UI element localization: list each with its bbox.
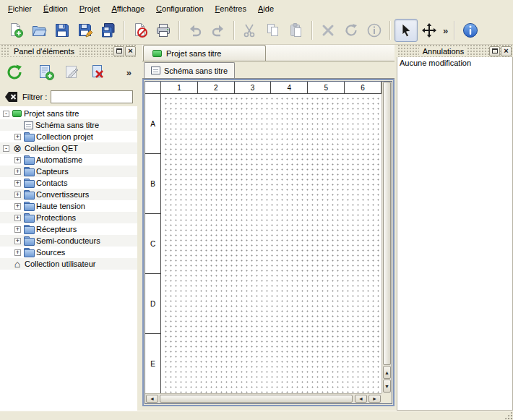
close-panel-button[interactable]: × xyxy=(125,46,136,56)
reload-collections-button[interactable] xyxy=(3,61,26,84)
open-folder-icon xyxy=(31,22,47,38)
tree-item[interactable]: -Projet sans titre xyxy=(0,108,137,119)
copy-button[interactable] xyxy=(262,19,285,42)
menu-item-edition[interactable]: Édition xyxy=(38,1,74,16)
redo-icon xyxy=(210,22,226,38)
row-label-B: B xyxy=(145,154,160,214)
toolbar-separator xyxy=(233,21,235,40)
tree-item[interactable]: +Protections xyxy=(0,212,137,223)
float-panel-button[interactable] xyxy=(489,46,500,56)
cut-button[interactable] xyxy=(238,19,262,42)
tree-item[interactable]: +Semi-conducteurs xyxy=(0,235,137,247)
delete-button[interactable] xyxy=(316,19,340,42)
scroll-down-button[interactable]: ▼ xyxy=(383,380,391,393)
close-panel-button[interactable]: × xyxy=(501,46,512,56)
open-file-button[interactable] xyxy=(27,19,51,42)
element-infos-button[interactable] xyxy=(363,19,386,42)
tree-item-label: Convertisseurs xyxy=(36,190,89,199)
undo-button[interactable] xyxy=(184,19,207,42)
tree-item[interactable]: +Sources xyxy=(0,247,137,258)
tree-item[interactable]: +Convertisseurs xyxy=(0,189,137,200)
delete-element-button[interactable] xyxy=(87,61,110,84)
close-file-icon xyxy=(132,22,148,38)
toolbar-separator xyxy=(311,21,313,40)
tree-item-label: Collection projet xyxy=(36,132,93,141)
schema-grid[interactable] xyxy=(162,95,381,393)
scroll-left-button-2[interactable]: ◄ xyxy=(355,395,367,403)
expander-minus-icon[interactable]: - xyxy=(3,145,9,152)
elements-toolbar-overflow-button[interactable]: » xyxy=(124,67,134,78)
ruler-corner xyxy=(145,82,161,94)
redo-button[interactable] xyxy=(207,19,230,42)
new-element-button[interactable] xyxy=(35,61,58,84)
rotate-icon xyxy=(343,22,359,38)
expander-minus-icon[interactable]: - xyxy=(3,111,9,117)
new-file-button[interactable] xyxy=(4,19,27,42)
reload-icon xyxy=(6,64,23,81)
elements-panel: Panel d'éléments × » Filtrer : -Projet s… xyxy=(0,45,137,411)
vertical-scrollbar-thumb[interactable] xyxy=(383,82,391,365)
expander-plus-icon[interactable]: + xyxy=(14,168,21,175)
expander-plus-icon[interactable]: + xyxy=(14,157,21,163)
tree-item[interactable]: +Haute tension xyxy=(0,200,137,212)
save-file-as-button[interactable] xyxy=(74,19,97,42)
scroll-up-button[interactable]: ▲ xyxy=(383,366,391,379)
edit-element-button[interactable] xyxy=(61,61,84,84)
expander-plus-icon[interactable]: + xyxy=(14,180,21,187)
project-tab[interactable]: Projet sans titre xyxy=(143,45,266,61)
tree-item[interactable]: +Récepteurs xyxy=(0,223,137,235)
schema-tab[interactable]: Schéma sans titre xyxy=(144,62,235,78)
left-splitter[interactable] xyxy=(137,45,142,411)
tree-item[interactable]: +Automatisme xyxy=(0,154,137,166)
statusbar xyxy=(0,411,513,420)
scroll-left-button[interactable]: ◄ xyxy=(146,395,158,403)
undo-panel: Annulations × Aucune modification xyxy=(397,45,513,411)
expander-plus-icon[interactable]: + xyxy=(14,203,21,210)
scroll-right-button[interactable]: ► xyxy=(368,395,381,403)
horizontal-scrollbar[interactable]: ◄ ◄ ► xyxy=(145,393,381,403)
cut-icon xyxy=(242,22,258,38)
expander-plus-icon[interactable]: + xyxy=(14,249,21,256)
tree-item[interactable]: -Collection QET xyxy=(0,142,137,154)
expander-plus-icon[interactable]: + xyxy=(14,192,21,198)
menu-item-projet[interactable]: Projet xyxy=(74,1,106,16)
select-mode-button[interactable] xyxy=(395,19,418,42)
tree-item-label: Collection QET xyxy=(25,144,78,153)
close-file-button[interactable] xyxy=(129,19,152,42)
menu-item-fichier[interactable]: Fichier xyxy=(2,1,38,16)
tree-item-label: Semi-conducteurs xyxy=(36,236,100,245)
vertical-scrollbar[interactable]: ▲ ▼ xyxy=(381,82,392,393)
tree-item[interactable]: +Collection projet xyxy=(0,131,137,142)
schema-view[interactable]: 123456 ABCDE ▲ ▼ ◄ ◄ ► xyxy=(145,81,392,404)
float-panel-button[interactable] xyxy=(113,46,124,56)
about-qet-button[interactable] xyxy=(459,19,482,42)
visualisation-mode-button[interactable] xyxy=(418,19,441,42)
copy-icon xyxy=(265,22,281,38)
project-tabbar: Projet sans titre xyxy=(142,45,395,61)
clear-filter-button[interactable] xyxy=(4,90,19,103)
tree-item[interactable]: Collection utilisateur xyxy=(0,258,137,270)
menu-item-fenetres[interactable]: Fenêtres xyxy=(210,1,252,16)
save-all-button[interactable] xyxy=(97,19,120,42)
rotate-button[interactable] xyxy=(340,19,363,42)
expander-plus-icon[interactable]: + xyxy=(14,215,21,221)
toolbar-overflow-button[interactable]: » xyxy=(441,25,450,36)
resize-grip[interactable] xyxy=(504,411,512,419)
folder-icon xyxy=(24,213,34,222)
save-file-button[interactable] xyxy=(51,19,74,42)
tree-item[interactable]: Schéma sans titre xyxy=(0,119,137,131)
info-icon xyxy=(366,22,382,38)
expander-plus-icon[interactable]: + xyxy=(14,226,21,233)
menu-item-configuration[interactable]: Configuration xyxy=(150,1,209,16)
expander-plus-icon[interactable]: + xyxy=(14,134,21,140)
filter-input[interactable] xyxy=(51,90,133,103)
tree-item[interactable]: +Contacts xyxy=(0,177,137,189)
expander-plus-icon[interactable]: + xyxy=(14,238,21,244)
tree-item[interactable]: +Capteurs xyxy=(0,166,137,177)
paste-button[interactable] xyxy=(285,19,308,42)
print-button[interactable] xyxy=(152,19,175,42)
about-info-icon xyxy=(462,22,478,38)
menu-item-affichage[interactable]: Affichage xyxy=(105,1,150,16)
horizontal-scrollbar-thumb[interactable] xyxy=(160,395,353,403)
menu-item-aide[interactable]: Aide xyxy=(252,1,280,16)
